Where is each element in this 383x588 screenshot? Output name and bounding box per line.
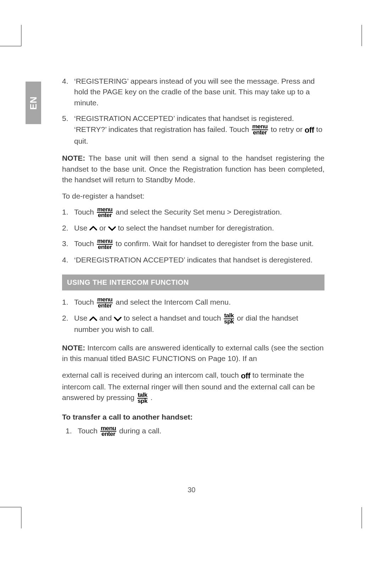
chevron-down-icon (114, 316, 122, 322)
list-item: 5. ‘REGISTRATION ACCEPTED’ indicates tha… (62, 113, 324, 146)
page-content: 4. ‘REGISTERING’ appears instead of you … (62, 76, 324, 442)
note-continuation: external call is received during an inte… (62, 370, 324, 404)
section-heading: USING THE INTERCOM FUNCTION (62, 274, 324, 290)
transfer-heading: To transfer a call to another handset: (62, 412, 324, 422)
chevron-down-icon (108, 226, 116, 231)
menu-enter-icon: menuenter (252, 124, 268, 135)
menu-enter-icon: menuenter (100, 426, 116, 437)
list-item: 1. Touch menuenter and select the Securi… (62, 207, 324, 218)
list-item: 3. Touch menuenter to confirm. Wait for … (62, 238, 324, 249)
talk-spk-icon: talkspk (224, 314, 234, 324)
menu-enter-icon: menuenter (97, 298, 113, 308)
off-icon: off (305, 124, 314, 136)
list-item: 1. Touch menuenter and select the Interc… (62, 297, 324, 308)
note-block: NOTE: The base unit will then send a sig… (62, 153, 324, 185)
menu-enter-icon: menuenter (97, 207, 113, 218)
list-item: 4. ‘DEREGISTRATION ACCEPTED’ indicates t… (62, 255, 324, 265)
list-item: 1. Touch menuenter during a call. (62, 426, 324, 437)
chevron-up-icon (89, 316, 97, 322)
list-item: 2. Use or to select the handset number f… (62, 223, 324, 233)
language-tab: EN (26, 82, 41, 124)
page-number: 30 (0, 486, 383, 494)
deregister-lead: To de-register a handset: (62, 191, 324, 201)
talk-spk-icon: talkspk (137, 393, 148, 404)
menu-enter-icon: menuenter (97, 239, 113, 250)
list-item: 2. Use and to select a handset and touch… (62, 313, 324, 335)
list-item: 4. ‘REGISTERING’ appears instead of you … (62, 76, 324, 108)
off-icon: off (241, 370, 250, 382)
chevron-up-icon (89, 226, 97, 231)
note-block: NOTE: Intercom calls are answered identi… (62, 343, 324, 364)
